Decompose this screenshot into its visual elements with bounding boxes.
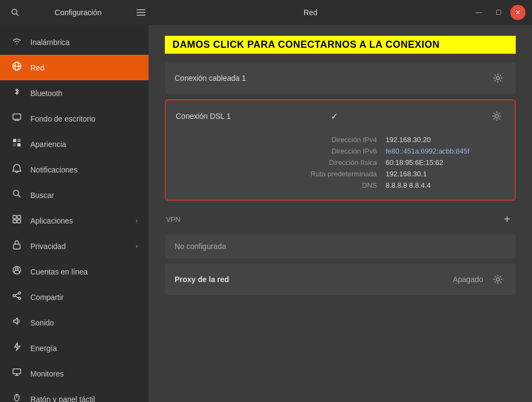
apariencia-icon bbox=[11, 138, 23, 150]
energia-icon bbox=[11, 342, 23, 354]
detail-row: Dirección IPv4192.168.30.20 bbox=[176, 134, 505, 145]
detail-label: Dirección física bbox=[329, 158, 377, 167]
dsl-connection-item[interactable]: Conexión DSL 1 ✓ Dirección IPv4192.168.3… bbox=[165, 99, 516, 201]
detail-value: 192.168.30.20 bbox=[386, 136, 505, 144]
svg-rect-12 bbox=[13, 143, 16, 146]
detail-row: Dirección IPv6fe80::451a:6992:acbb:845f bbox=[176, 145, 505, 157]
close-button[interactable]: ✕ bbox=[510, 5, 525, 20]
search-button[interactable] bbox=[7, 4, 24, 21]
sidebar-item-aplicaciones[interactable]: Aplicaciones› bbox=[0, 208, 149, 233]
monitores-icon bbox=[11, 367, 23, 380]
titlebar: Configuración Red — ☐ ✕ bbox=[0, 0, 532, 25]
svg-point-0 bbox=[12, 9, 17, 14]
svg-rect-20 bbox=[14, 244, 20, 249]
sidebar-item-label-raton: Ratón y panel táctil bbox=[30, 395, 95, 403]
window-controls: — ☐ ✕ bbox=[471, 5, 525, 20]
dsl-connection-name: Conexión DSL 1 bbox=[176, 112, 326, 120]
detail-label: Ruta predeterminada bbox=[311, 170, 377, 178]
aplicaciones-chevron-icon: › bbox=[136, 217, 138, 225]
sidebar-item-buscar[interactable]: Buscar bbox=[0, 182, 149, 208]
vpn-no-configured: No configurada bbox=[165, 234, 516, 258]
sidebar-item-label-privacidad: Privacidad bbox=[30, 242, 66, 251]
svg-line-15 bbox=[18, 195, 21, 197]
sidebar-item-label-aplicaciones: Aplicaciones bbox=[30, 216, 73, 225]
sidebar-item-cuentas[interactable]: Cuentas en línea bbox=[0, 259, 149, 284]
bluetooth-icon bbox=[11, 87, 23, 99]
proxy-status: Apagado bbox=[453, 275, 483, 284]
proxy-name: Proxy de la red bbox=[175, 275, 453, 284]
vpn-title: VPN bbox=[166, 215, 499, 224]
sidebar-item-compartir[interactable]: Compartir bbox=[0, 284, 149, 310]
sidebar: InalámbricaRedBluetoothFondo de escritor… bbox=[0, 25, 149, 402]
svg-rect-11 bbox=[17, 139, 21, 142]
annotation-banner: DAMOS CLICK PARA CONECTARNOS A LA CONEXI… bbox=[165, 36, 516, 54]
main-layout: InalámbricaRedBluetoothFondo de escritor… bbox=[0, 25, 532, 402]
sonido-icon bbox=[11, 316, 23, 329]
dsl-check-icon: ✓ bbox=[331, 111, 338, 122]
minimize-button[interactable]: — bbox=[471, 5, 486, 20]
wired-connection-item[interactable]: Conexión cableada 1 bbox=[165, 62, 516, 94]
sidebar-item-label-monitores: Monitores bbox=[30, 369, 63, 378]
svg-rect-13 bbox=[17, 143, 21, 146]
svg-point-25 bbox=[18, 297, 21, 299]
svg-point-22 bbox=[16, 268, 18, 271]
sidebar-item-label-notificaciones: Notificaciones bbox=[30, 165, 78, 174]
svg-line-1 bbox=[16, 14, 18, 16]
sidebar-item-privacidad[interactable]: Privacidad› bbox=[0, 233, 149, 259]
svg-rect-10 bbox=[13, 139, 16, 142]
dsl-connection-details: Dirección IPv4192.168.30.20Dirección IPv… bbox=[166, 132, 515, 200]
sidebar-item-label-cuentas: Cuentas en línea bbox=[30, 267, 88, 276]
vpn-add-button[interactable]: + bbox=[499, 212, 515, 227]
svg-point-24 bbox=[13, 295, 15, 297]
sidebar-item-label-sonido: Sonido bbox=[30, 318, 54, 327]
dsl-connection-header[interactable]: Conexión DSL 1 ✓ bbox=[166, 100, 515, 132]
content-area: DAMOS CLICK PARA CONECTARNOS A LA CONEXI… bbox=[149, 25, 532, 402]
proxy-section: Proxy de la red Apagado bbox=[165, 264, 516, 295]
sidebar-item-label-buscar: Buscar bbox=[30, 191, 54, 200]
privacidad-chevron-icon: › bbox=[136, 243, 138, 250]
cuentas-icon bbox=[11, 265, 23, 278]
maximize-button[interactable]: ☐ bbox=[491, 5, 506, 20]
sidebar-item-notificaciones[interactable]: Notificaciones bbox=[0, 157, 149, 182]
svg-point-35 bbox=[496, 278, 499, 281]
sidebar-item-inalambrica[interactable]: Inalámbrica bbox=[0, 29, 149, 55]
vpn-section: VPN + No configurada bbox=[165, 208, 516, 258]
wired-settings-gear[interactable] bbox=[490, 70, 506, 86]
detail-value: 60:18:95:6E:15:62 bbox=[386, 158, 505, 167]
proxy-item[interactable]: Proxy de la red Apagado bbox=[165, 264, 516, 295]
svg-rect-17 bbox=[17, 215, 21, 219]
detail-value: 192.168.30.1 bbox=[386, 170, 505, 178]
svg-rect-18 bbox=[13, 220, 16, 223]
sidebar-item-energia[interactable]: Energía bbox=[0, 335, 149, 361]
fondo-icon bbox=[11, 112, 23, 125]
sidebar-item-bluetooth[interactable]: Bluetooth bbox=[0, 80, 149, 106]
detail-row: Dirección física60:18:95:6E:15:62 bbox=[176, 157, 505, 168]
wired-connection-header[interactable]: Conexión cableada 1 bbox=[165, 62, 516, 94]
detail-label: Dirección IPv6 bbox=[331, 147, 377, 155]
menu-button[interactable] bbox=[132, 4, 150, 21]
detail-row: Ruta predeterminada192.168.30.1 bbox=[176, 168, 505, 180]
dsl-settings-gear[interactable] bbox=[489, 108, 505, 124]
svg-point-34 bbox=[495, 114, 498, 118]
sidebar-item-fondo[interactable]: Fondo de escritorio bbox=[0, 106, 149, 131]
window-title: Red bbox=[150, 8, 471, 17]
sidebar-item-label-energia: Energía bbox=[30, 344, 57, 353]
svg-rect-8 bbox=[13, 114, 21, 119]
detail-label: Dirección IPv4 bbox=[331, 136, 377, 144]
svg-rect-16 bbox=[13, 215, 16, 219]
detail-value: 8.8.8.8 8.8.4.4 bbox=[386, 181, 505, 189]
sidebar-item-raton[interactable]: Ratón y panel táctil bbox=[0, 386, 149, 402]
sidebar-item-red[interactable]: Red bbox=[0, 55, 149, 80]
sidebar-item-sonido[interactable]: Sonido bbox=[0, 310, 149, 335]
sidebar-item-label-compartir: Compartir bbox=[30, 293, 63, 302]
sidebar-item-monitores[interactable]: Monitores bbox=[0, 361, 149, 386]
sidebar-item-apariencia[interactable]: Apariencia bbox=[0, 131, 149, 157]
detail-row: DNS8.8.8.8 8.8.4.4 bbox=[176, 180, 505, 191]
svg-rect-28 bbox=[13, 369, 21, 374]
privacidad-icon bbox=[11, 240, 23, 252]
svg-point-23 bbox=[18, 292, 21, 294]
proxy-settings-gear[interactable] bbox=[490, 271, 506, 288]
compartir-icon bbox=[11, 291, 23, 303]
detail-value: fe80::451a:6992:acbb:845f bbox=[386, 147, 505, 155]
detail-label: DNS bbox=[362, 181, 377, 189]
